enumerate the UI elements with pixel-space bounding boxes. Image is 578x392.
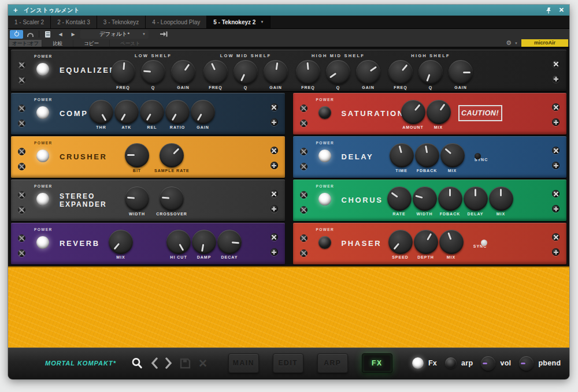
pin-icon[interactable]: [544, 7, 553, 14]
saturation-power-led[interactable]: [318, 106, 331, 119]
remove-fx-button[interactable]: [271, 103, 278, 111]
compare-button[interactable]: 比較: [42, 40, 73, 47]
saturation-amount-knob[interactable]: [401, 100, 425, 124]
eq-lms-gain-knob[interactable]: [264, 60, 288, 84]
preset-file-button[interactable]: [42, 30, 53, 39]
equalizer-power-led[interactable]: [36, 63, 49, 76]
remove-fx-button[interactable]: [552, 103, 560, 111]
comp-power-led[interactable]: [36, 106, 49, 119]
remove-fx-button[interactable]: [552, 233, 560, 241]
fx-led[interactable]: [412, 357, 424, 369]
chorus-fdback-knob[interactable]: [438, 186, 462, 211]
search-icon[interactable]: [131, 357, 143, 369]
eq-ls-freq-knob[interactable]: [111, 60, 135, 84]
reverb-mix-knob[interactable]: [109, 230, 133, 254]
delete-icon[interactable]: ✕: [198, 358, 208, 369]
add-fx-button[interactable]: [552, 118, 560, 126]
eq-hms-gain-knob[interactable]: [356, 60, 380, 84]
phaser-speed-knob[interactable]: [388, 230, 413, 254]
remove-fx-button[interactable]: [552, 190, 560, 197]
tab-loopcloud-play[interactable]: 4 - Loopcloud Play: [146, 16, 207, 28]
pbend-knob[interactable]: [519, 356, 533, 371]
phaser-depth-knob[interactable]: [414, 230, 438, 254]
gear-icon[interactable]: ⚙: [504, 39, 513, 47]
prev-preset-button[interactable]: ◀: [55, 30, 66, 39]
add-fx-button[interactable]: [271, 205, 278, 212]
delay-power-led[interactable]: [318, 150, 331, 162]
main-page-button[interactable]: MAIN: [228, 353, 259, 373]
reverb-power-led[interactable]: [36, 236, 49, 249]
phaser-power-led[interactable]: [318, 236, 331, 249]
reverb-hi-cut-knob[interactable]: [166, 230, 191, 254]
chevron-right-icon[interactable]: [165, 357, 172, 369]
eq-hs-gain-knob[interactable]: [449, 60, 473, 84]
chorus-width-knob[interactable]: [413, 186, 437, 211]
chorus-mix-knob[interactable]: [489, 186, 513, 211]
comp-thr-knob[interactable]: [89, 100, 113, 124]
add-fx-button[interactable]: [271, 248, 278, 256]
eq-hs-q-knob[interactable]: [418, 60, 443, 84]
remove-fx-button[interactable]: [271, 147, 278, 154]
eq-hms-freq-knob[interactable]: [296, 60, 320, 84]
edit-page-button[interactable]: EDIT: [273, 353, 303, 373]
comp-ratio-knob[interactable]: [165, 100, 190, 124]
add-fx-button[interactable]: [552, 205, 560, 212]
tab-scaler-2[interactable]: 1 - Scaler 2: [8, 16, 51, 28]
audio-device-chip[interactable]: microAir: [521, 39, 568, 47]
eq-lms-freq-knob[interactable]: [203, 60, 228, 84]
automation-mode-chip[interactable]: オート:オフ: [9, 40, 42, 47]
saturation-mix-knob[interactable]: [427, 100, 451, 124]
chorus-power-led[interactable]: [318, 193, 331, 206]
remove-fx-button[interactable]: [271, 233, 278, 241]
eq-ls-gain-knob[interactable]: [171, 60, 195, 84]
add-fx-button[interactable]: [552, 75, 560, 83]
chorus-delay-knob[interactable]: [464, 186, 488, 211]
stereo-expander-crossover-knob[interactable]: [160, 186, 184, 211]
stereo-expander-power-led[interactable]: [36, 193, 49, 206]
eq-hms-q-knob[interactable]: [326, 60, 350, 84]
chevron-down-icon[interactable]: ▼: [260, 20, 264, 24]
chevron-left-icon[interactable]: [151, 357, 158, 369]
phaser-mix-knob[interactable]: [439, 230, 464, 254]
add-fx-button[interactable]: [552, 248, 560, 256]
eq-lms-q-knob[interactable]: [234, 60, 258, 84]
plugin-power-button[interactable]: [10, 30, 23, 39]
reverb-decay-knob[interactable]: [217, 230, 242, 254]
plugin-bypass-button[interactable]: [25, 30, 36, 39]
remove-fx-button[interactable]: [271, 190, 278, 197]
transfer-preset-button[interactable]: [158, 30, 169, 39]
crusher-bit-knob[interactable]: [125, 143, 149, 167]
comp-rel-knob[interactable]: [140, 100, 164, 124]
arp-page-button[interactable]: ARP: [317, 353, 348, 373]
remove-fx-button[interactable]: [552, 147, 560, 154]
copy-button[interactable]: コピー: [73, 40, 109, 47]
tab-kontakt-3[interactable]: 2 - Kontakt 3: [51, 16, 97, 28]
remove-fx-button[interactable]: [552, 60, 560, 68]
next-preset-button[interactable]: ▶: [68, 30, 79, 39]
stereo-expander-width-knob[interactable]: [125, 186, 149, 211]
preset-dropdown[interactable]: デフォルト* ▼: [80, 30, 149, 39]
tab-teknokeyz-2[interactable]: 5 - Teknokeyz 2 ▼: [207, 16, 271, 28]
add-fx-button[interactable]: [552, 162, 560, 169]
paste-button[interactable]: ペースト: [109, 40, 151, 47]
close-icon[interactable]: ✕: [559, 6, 564, 14]
reverb-damp-knob[interactable]: [192, 230, 216, 254]
fx-page-button[interactable]: FX: [362, 353, 392, 373]
delay-fdback-knob[interactable]: [415, 143, 439, 167]
crusher-power-led[interactable]: [36, 150, 49, 162]
add-fx-button[interactable]: [271, 162, 278, 169]
save-icon[interactable]: [180, 358, 191, 369]
eq-ls-q-knob[interactable]: [141, 60, 165, 84]
comp-gain-knob[interactable]: [191, 100, 215, 124]
vol-knob[interactable]: [481, 356, 495, 371]
add-instrument-icon[interactable]: +: [13, 6, 24, 14]
chevron-down-icon[interactable]: ▼: [513, 42, 521, 45]
chorus-rate-knob[interactable]: [387, 186, 412, 211]
crusher-sample-rate-knob[interactable]: [160, 143, 184, 167]
eq-hs-freq-knob[interactable]: [388, 60, 413, 84]
arp-led[interactable]: [445, 357, 457, 369]
add-fx-button[interactable]: [271, 118, 278, 126]
comp-atk-knob[interactable]: [114, 100, 139, 124]
tab-teknokeyz[interactable]: 3 - Teknokeyz: [97, 16, 146, 28]
delay-time-knob[interactable]: [390, 143, 414, 167]
